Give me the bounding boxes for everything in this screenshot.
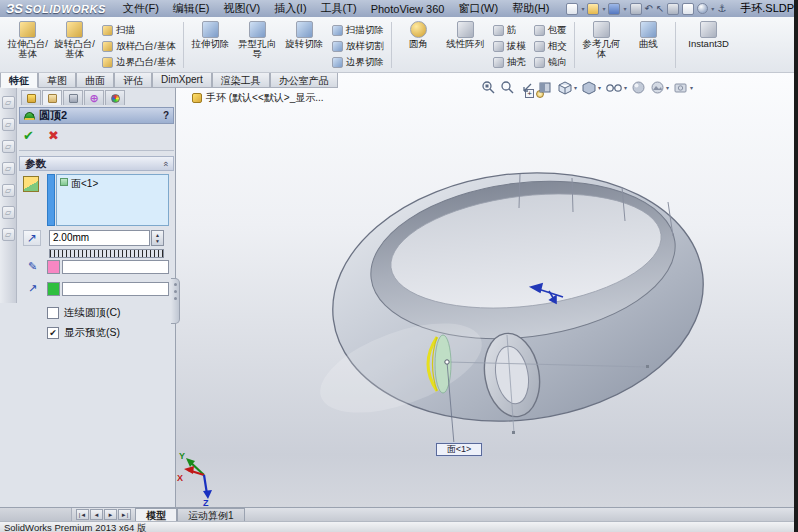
tab-surfaces[interactable]: 曲面 [76,73,114,88]
swept-cut-button[interactable]: 扫描切除 [328,22,388,38]
feature-tree-flyout[interactable]: 手环 (默认<<默认>_显示... [192,91,324,105]
boundary-boss-button[interactable]: 边界凸台/基体 [98,54,180,70]
anchor-icon[interactable]: ⚓ [717,3,726,15]
tab-evaluate[interactable]: 评估 [114,73,152,88]
new-document-icon[interactable] [566,3,578,15]
tab-render-tools[interactable]: 渲染工具 [212,73,270,88]
prev-tab-button[interactable]: ◄ [90,509,103,520]
linear-pattern-button[interactable]: 线性阵列 [442,19,489,60]
mirror-button[interactable]: 镜向 [530,54,571,70]
revolved-cut-button[interactable]: 旋转切除 [281,19,328,60]
featuremanager-tab[interactable] [21,90,41,105]
help-button[interactable]: ? [163,110,169,121]
hole-wizard-button[interactable]: 异型孔向导 [234,19,281,60]
panel-splitter-handle[interactable] [171,278,180,324]
propertymanager-tab[interactable] [42,90,62,105]
last-tab-button[interactable]: ►| [118,509,131,520]
extruded-cut-button[interactable]: 拉伸切除 [187,19,234,60]
undo-icon[interactable]: ↶ [645,3,653,15]
spinner-down-icon[interactable]: ▼ [155,238,160,244]
previous-view-icon[interactable] [519,80,534,95]
distance-input[interactable]: 2.00mm [49,230,150,246]
menu-view[interactable]: 视图(V) [217,1,268,16]
cancel-button[interactable]: ✖ [48,128,59,143]
intersect-button[interactable]: 相交 [530,38,571,54]
lofted-cut-button[interactable]: 放样切割 [328,38,388,54]
mini-toolbar-icon[interactable]: ▱ [2,206,15,219]
model-tab[interactable]: 模型 [135,508,177,521]
show-preview-checkbox-box[interactable]: ✔ [47,327,59,339]
appearance-dropdown-icon[interactable]: ▾ [711,5,714,12]
menu-photoview360[interactable]: PhotoView 360 [364,3,452,15]
swept-boss-button[interactable]: 扫描 [98,22,180,38]
menu-file[interactable]: 文件(F) [116,1,166,16]
continuous-dome-checkbox-box[interactable] [47,307,59,319]
ok-button[interactable]: ✔ [23,128,34,143]
displaymanager-tab[interactable] [105,90,125,105]
tab-sketch[interactable]: 草图 [38,73,76,88]
print-icon[interactable] [630,3,642,15]
save-icon[interactable] [608,3,620,15]
continuous-dome-checkbox[interactable]: 连续圆顶(C) [47,306,121,320]
first-tab-button[interactable]: |◄ [76,509,89,520]
collapse-chevron-icon[interactable]: « [160,161,170,166]
parameters-header[interactable]: 参数 « [19,156,174,171]
edit-appearance-icon[interactable] [631,80,646,95]
next-tab-button[interactable]: ► [104,509,117,520]
display-style-icon[interactable]: ▾ [581,80,601,95]
new-dropdown-icon[interactable]: ▾ [581,5,584,12]
view-orientation-icon[interactable]: ▾ [557,80,577,95]
graphics-area[interactable]: Y X Z 手环 (默认<<默认>_显示... + ▾ ▾ ▾ ▾ ▾ 面<1> [176,73,798,507]
distance-spinner[interactable]: ▲ ▼ [151,230,164,246]
fillet-button[interactable]: 圆角 [395,19,442,60]
hide-show-items-icon[interactable]: ▾ [605,80,627,95]
commandmanager-tabs: 特征 草图 曲面 评估 DimXpert 渲染工具 办公室产品 [0,73,340,88]
boundary-cut-button[interactable]: 边界切除 [328,54,388,70]
menu-insert[interactable]: 插入(I) [267,1,313,16]
menu-window[interactable]: 窗口(W) [451,1,505,16]
face-callout[interactable]: 面<1> [436,443,482,456]
rib-button[interactable]: 筋 [489,22,530,38]
edit-appearance-qat-icon[interactable] [697,3,708,14]
mini-toolbar-icon[interactable]: ▱ [2,184,15,197]
show-preview-checkbox[interactable]: ✔ 显示预览(S) [47,326,120,340]
rebuild-icon[interactable] [667,3,679,15]
mini-toolbar-icon[interactable]: ▱ [2,162,15,175]
lofted-boss-button[interactable]: 放样凸台/基体 [98,38,180,54]
extruded-boss-button[interactable]: 拉伸凸台/基体 [4,19,51,60]
mini-toolbar-icon[interactable]: ▱ [2,228,15,241]
curves-button[interactable]: 曲线 [625,19,672,60]
face-selection-box[interactable]: 面<1> [56,174,169,226]
instant3d-button[interactable]: Instant3D [679,19,739,60]
menu-edit[interactable]: 编辑(E) [166,1,217,16]
open-icon[interactable] [587,3,599,15]
dimxpertmanager-tab[interactable]: ⊕ [84,90,104,105]
revolved-boss-button[interactable]: 旋转凸台/基体 [51,19,98,60]
constraint-selection-field[interactable] [62,260,169,274]
motion-study-tab[interactable]: 运动算例1 [177,508,245,521]
tab-dimxpert[interactable]: DimXpert [152,73,212,88]
wrap-button[interactable]: 包覆 [530,22,571,38]
configurationmanager-tab[interactable] [63,90,83,105]
mini-toolbar-icon[interactable]: ▱ [2,140,15,153]
mini-toolbar-icon[interactable]: ▱ [2,96,15,109]
options-icon[interactable] [682,3,694,15]
tab-office-products[interactable]: 办公室产品 [270,73,338,88]
shell-button[interactable]: 抽壳 [489,54,530,70]
view-settings-icon[interactable]: ▾ [673,80,693,95]
reference-geometry-button[interactable]: 参考几何体 [578,19,625,60]
draft-button[interactable]: 拔模 [489,38,530,54]
open-dropdown-icon[interactable]: ▾ [602,5,605,12]
tab-features[interactable]: 特征 [0,73,38,88]
direction-selection-field[interactable] [62,282,169,296]
section-view-icon[interactable] [538,80,553,95]
zoom-area-icon[interactable] [500,80,515,95]
mini-toolbar-icon[interactable]: ▱ [2,118,15,131]
select-cursor-icon[interactable]: ↖ [656,3,664,15]
zoom-fit-icon[interactable] [481,80,496,95]
distance-ruler-slider[interactable] [49,249,164,258]
menu-help[interactable]: 帮助(H) [505,1,556,16]
save-dropdown-icon[interactable]: ▾ [623,5,626,12]
menu-tools[interactable]: 工具(T) [314,1,364,16]
apply-scene-icon[interactable]: ▾ [650,80,669,95]
